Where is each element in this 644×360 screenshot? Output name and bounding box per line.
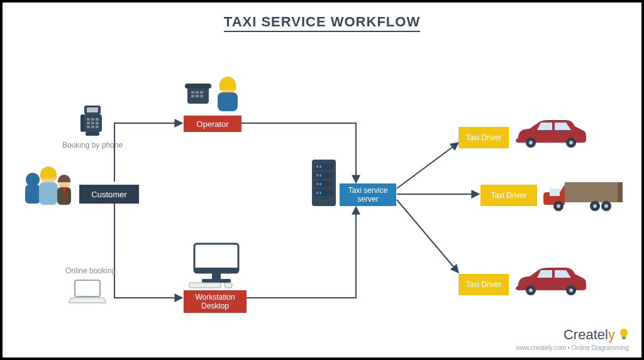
svg-rect-19 [86, 132, 99, 136]
node-customer: Customer [79, 185, 139, 204]
node-driver-1: Taxi Driver [458, 127, 509, 148]
svg-rect-48 [316, 192, 318, 194]
brand-accent: y [608, 327, 615, 342]
node-driver-3: Taxi Driver [458, 274, 509, 295]
svg-rect-26 [196, 95, 199, 97]
svg-rect-22 [191, 91, 194, 94]
svg-rect-56 [550, 188, 560, 196]
svg-rect-9 [87, 118, 90, 121]
svg-rect-11 [96, 118, 99, 121]
svg-point-53 [569, 141, 573, 145]
desktop-icon [188, 241, 245, 289]
truck-icon [543, 180, 625, 212]
desk-phone-icon [78, 103, 107, 138]
svg-rect-55 [618, 182, 623, 202]
operator-icon [185, 75, 242, 115]
brand-text: Createl [564, 327, 608, 342]
svg-point-60 [604, 204, 608, 208]
edge-label-online-booking: Online booking [65, 266, 116, 275]
svg-rect-27 [200, 95, 203, 97]
svg-rect-25 [191, 95, 194, 97]
svg-rect-29 [218, 92, 238, 111]
svg-rect-49 [319, 192, 321, 194]
car-icon [512, 266, 587, 297]
svg-point-64 [529, 288, 533, 292]
svg-rect-21 [185, 84, 211, 89]
svg-rect-23 [196, 91, 199, 94]
svg-rect-33 [212, 273, 221, 279]
svg-rect-36 [225, 283, 232, 288]
edge-label-booking-by-phone: Booking by phone [62, 141, 123, 150]
svg-rect-12 [87, 122, 90, 124]
svg-rect-43 [319, 165, 321, 168]
svg-point-66 [569, 288, 573, 292]
svg-rect-47 [319, 183, 321, 185]
svg-rect-46 [316, 183, 318, 185]
node-workstation: Workstation Desktop [184, 290, 247, 313]
svg-rect-15 [87, 126, 90, 128]
svg-point-62 [593, 204, 597, 208]
svg-point-58 [557, 204, 560, 208]
diagram-title: TAXI SERVICE WORKFLOW [3, 14, 641, 30]
svg-rect-42 [316, 165, 318, 168]
svg-rect-13 [91, 122, 94, 124]
people-group-icon [21, 166, 75, 210]
car-icon [512, 119, 587, 149]
lightbulb-icon [619, 328, 629, 341]
node-driver-2: Taxi Driver [480, 185, 537, 206]
svg-rect-34 [202, 279, 231, 283]
svg-rect-30 [75, 280, 100, 297]
footer-subtext: www.creately.com • Online Diagramming [516, 344, 629, 351]
brand-logo: Creately [516, 327, 629, 343]
diagram-title-text: TAXI SERVICE WORKFLOW [224, 14, 420, 32]
svg-point-51 [529, 141, 533, 145]
node-operator: Operator [184, 116, 242, 132]
laptop-icon [69, 279, 106, 304]
node-server: Taxi service server [340, 183, 396, 206]
svg-point-0 [26, 173, 40, 187]
svg-rect-7 [87, 107, 98, 112]
svg-rect-3 [39, 182, 58, 205]
svg-rect-67 [622, 337, 626, 339]
svg-rect-14 [96, 122, 99, 124]
svg-rect-18 [80, 114, 84, 132]
footer: Creately www.creately.com • Online Diagr… [516, 327, 629, 351]
svg-rect-17 [96, 126, 99, 128]
svg-rect-54 [565, 182, 619, 202]
svg-rect-24 [200, 91, 203, 94]
server-icon [311, 158, 337, 207]
svg-rect-16 [91, 126, 94, 128]
svg-rect-1 [25, 185, 40, 204]
svg-rect-35 [189, 283, 221, 288]
svg-rect-10 [91, 118, 94, 121]
svg-rect-32 [194, 268, 238, 273]
svg-rect-44 [316, 174, 318, 177]
svg-rect-45 [319, 174, 321, 177]
diagram-frame: TAXI SERVICE WORKFLOW Booking by phone O… [0, 0, 644, 360]
